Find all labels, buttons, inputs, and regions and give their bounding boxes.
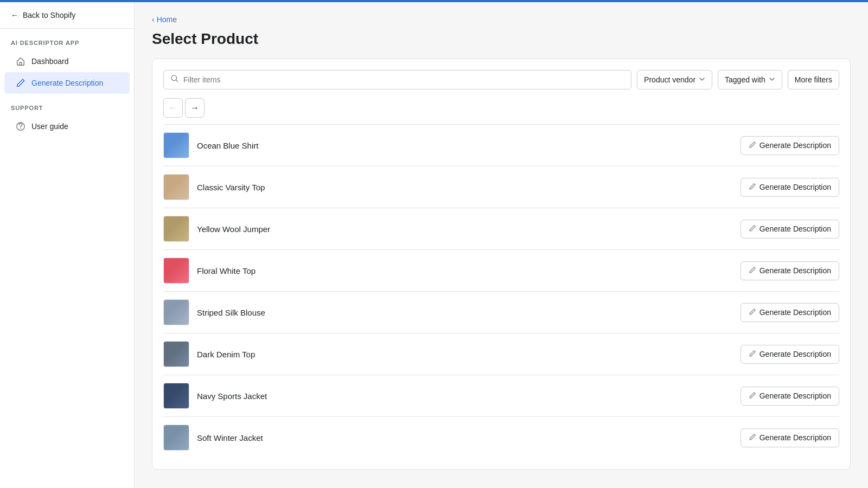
arrow-right-icon: → bbox=[190, 103, 199, 113]
product-name: Dark Denim Top bbox=[197, 350, 733, 359]
generate-description-button[interactable]: Generate Description bbox=[741, 428, 839, 447]
generate-description-label: Generate Description bbox=[760, 266, 831, 275]
search-wrapper bbox=[163, 70, 631, 89]
product-thumbnail bbox=[163, 341, 189, 367]
search-icon bbox=[170, 74, 179, 85]
generate-description-button[interactable]: Generate Description bbox=[741, 303, 839, 322]
product-name: Floral White Top bbox=[197, 266, 733, 275]
product-name: Striped Silk Blouse bbox=[197, 308, 733, 317]
product-thumbnail bbox=[163, 132, 189, 158]
pagination-row: ← → bbox=[163, 98, 839, 118]
product-row: Yellow Wool JumperGenerate Description bbox=[163, 208, 839, 250]
back-arrow-icon: ← bbox=[11, 11, 18, 20]
breadcrumb-chevron-icon: ‹ bbox=[152, 15, 155, 24]
product-name: Classic Varsity Top bbox=[197, 183, 733, 192]
more-filters-label: More filters bbox=[795, 75, 832, 84]
product-row: Floral White TopGenerate Description bbox=[163, 250, 839, 292]
generate-description-label: Generate Description bbox=[760, 183, 831, 191]
filters-row: Product vendor Tagged with More filters bbox=[163, 70, 839, 89]
generate-description-label: Generate Description bbox=[760, 350, 831, 358]
pencil-edit-icon bbox=[749, 308, 756, 317]
product-thumbnail bbox=[163, 299, 189, 325]
sidebar-item-dashboard[interactable]: Dashboard bbox=[4, 50, 130, 72]
product-thumbnail bbox=[163, 258, 189, 284]
pencil-edit-icon bbox=[749, 141, 756, 150]
product-row: Dark Denim TopGenerate Description bbox=[163, 333, 839, 375]
generate-description-label: Generate Description bbox=[760, 433, 831, 442]
search-input[interactable] bbox=[183, 75, 624, 84]
chevron-down-icon bbox=[699, 75, 705, 84]
pencil-edit-icon bbox=[749, 433, 756, 442]
pencil-edit-icon bbox=[749, 224, 756, 234]
product-thumbnail bbox=[163, 425, 189, 451]
breadcrumb[interactable]: ‹ Home bbox=[152, 15, 851, 24]
main-content: ‹ Home Select Product Product vendor bbox=[135, 2, 868, 488]
home-icon bbox=[15, 56, 26, 67]
product-name: Ocean Blue Shirt bbox=[197, 141, 733, 150]
generate-description-button[interactable]: Generate Description bbox=[741, 387, 839, 406]
product-name: Soft Winter Jacket bbox=[197, 433, 733, 442]
sidebar: ← Back to Shopify AI DESCRIPTOR APP Dash… bbox=[0, 2, 135, 488]
product-row: Navy Sports JacketGenerate Description bbox=[163, 375, 839, 417]
product-thumbnail bbox=[163, 383, 189, 409]
generate-description-button[interactable]: Generate Description bbox=[741, 178, 839, 197]
product-row: Soft Winter JacketGenerate Description bbox=[163, 417, 839, 458]
product-vendor-label: Product vendor bbox=[644, 75, 695, 84]
dashboard-label: Dashboard bbox=[31, 57, 69, 66]
tagged-with-filter[interactable]: Tagged with bbox=[718, 70, 782, 89]
product-thumbnail bbox=[163, 216, 189, 242]
back-to-shopify-button[interactable]: ← Back to Shopify bbox=[0, 2, 134, 29]
breadcrumb-home-label: Home bbox=[157, 15, 177, 24]
generate-description-label: Generate Description bbox=[760, 308, 831, 317]
pencil-icon bbox=[15, 78, 26, 88]
pencil-edit-icon bbox=[749, 350, 756, 359]
generate-description-label: Generate Description bbox=[760, 141, 831, 150]
back-to-shopify-label: Back to Shopify bbox=[23, 11, 75, 20]
product-row: Ocean Blue ShirtGenerate Description bbox=[163, 125, 839, 166]
chevron-down-icon-2 bbox=[769, 75, 775, 84]
user-guide-label: User guide bbox=[31, 122, 68, 131]
sidebar-item-user-guide[interactable]: User guide bbox=[4, 115, 130, 137]
sidebar-item-generate-description[interactable]: Generate Description bbox=[4, 72, 130, 94]
generate-description-button[interactable]: Generate Description bbox=[741, 220, 839, 239]
pagination-next-button[interactable]: → bbox=[185, 98, 205, 118]
pencil-edit-icon bbox=[749, 266, 756, 275]
arrow-left-icon: ← bbox=[169, 103, 177, 113]
more-filters-button[interactable]: More filters bbox=[788, 70, 839, 89]
product-list-card: Product vendor Tagged with More filters bbox=[152, 59, 851, 470]
generate-description-label: Generate Description bbox=[760, 224, 831, 233]
product-vendor-filter[interactable]: Product vendor bbox=[637, 70, 712, 89]
product-name: Yellow Wool Jumper bbox=[197, 224, 733, 234]
pencil-edit-icon bbox=[749, 183, 756, 192]
product-row: Classic Varsity TopGenerate Description bbox=[163, 166, 839, 208]
product-thumbnail bbox=[163, 174, 189, 200]
question-icon bbox=[15, 121, 26, 132]
page-title: Select Product bbox=[152, 30, 851, 48]
pencil-edit-icon bbox=[749, 391, 756, 401]
product-row: Striped Silk BlouseGenerate Description bbox=[163, 292, 839, 333]
product-name: Navy Sports Jacket bbox=[197, 391, 733, 401]
generate-description-button[interactable]: Generate Description bbox=[741, 136, 839, 155]
top-bar bbox=[0, 0, 868, 2]
pagination-prev-button[interactable]: ← bbox=[163, 98, 183, 118]
generate-description-nav-label: Generate Description bbox=[31, 79, 103, 87]
generate-description-button[interactable]: Generate Description bbox=[741, 345, 839, 364]
product-list: Ocean Blue ShirtGenerate DescriptionClas… bbox=[163, 124, 839, 458]
generate-description-label: Generate Description bbox=[760, 391, 831, 400]
generate-description-button[interactable]: Generate Description bbox=[741, 261, 839, 280]
support-section-label: SUPPORT bbox=[0, 94, 134, 115]
app-section-label: AI DESCRIPTOR APP bbox=[0, 29, 134, 50]
tagged-with-label: Tagged with bbox=[725, 75, 765, 84]
